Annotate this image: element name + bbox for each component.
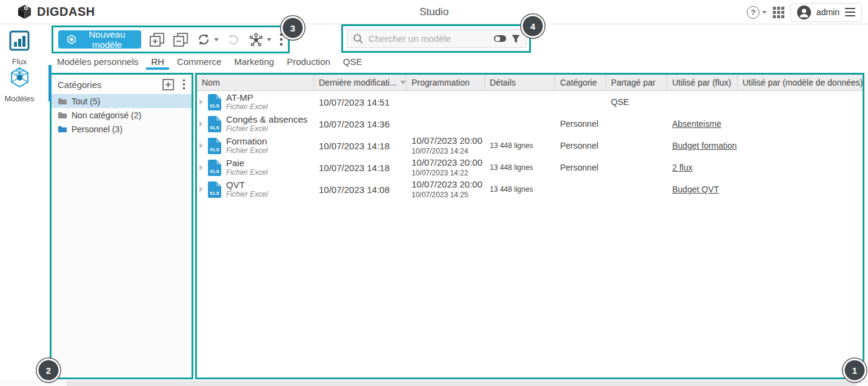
categories-panel: Catégories Tout (5) Non catégorisé (2) P…	[50, 73, 193, 379]
row-category	[555, 91, 606, 113]
schedule-last: 10/07/2023 14:24	[412, 147, 482, 156]
model-type: Fichier Excel	[226, 103, 268, 112]
categories-more-button[interactable]	[182, 79, 185, 90]
user-name: admin	[816, 7, 840, 17]
column-header-details[interactable]: Détails	[485, 75, 555, 90]
category-item-tout[interactable]: Tout (5)	[52, 94, 192, 108]
search-area	[341, 24, 531, 53]
expand-row-icon[interactable]	[199, 186, 203, 192]
user-menu[interactable]: admin	[790, 3, 862, 22]
model-name: QVT	[226, 180, 268, 190]
row-used-by-model	[738, 113, 863, 135]
table-row[interactable]: XLS AT-MP Fichier Excel 10/07/2023 14:51…	[197, 91, 863, 113]
sidebar-item-modeles[interactable]: Modèles	[0, 67, 39, 103]
help-icon[interactable]: ?	[747, 6, 760, 19]
model-name: Paie	[226, 158, 268, 168]
tab-marketing[interactable]: Marketing	[233, 53, 275, 70]
row-shared-by	[606, 135, 667, 157]
search-input[interactable]	[369, 33, 489, 44]
row-used-by-model	[738, 178, 863, 200]
dependencies-graph-button[interactable]	[249, 32, 272, 47]
expand-row-icon[interactable]	[199, 99, 203, 105]
row-details: 13 448 lignes	[485, 135, 555, 157]
model-name: Formation	[226, 136, 268, 146]
sidebar-item-label: Flux	[0, 57, 39, 66]
modified-date: 10/07/2023 14:18	[314, 135, 407, 157]
folder-icon	[58, 112, 67, 119]
page-title: Studio	[0, 6, 868, 18]
tab-modeles-personnels[interactable]: Modèles personnels	[56, 53, 139, 70]
row-shared-by: QSE	[606, 91, 667, 113]
xls-file-icon: XLS	[208, 138, 221, 154]
hexagon-model-icon	[67, 35, 76, 44]
apps-grid-icon[interactable]	[773, 7, 784, 18]
row-category: Personnel	[555, 113, 606, 135]
tab-commerce[interactable]: Commerce	[176, 53, 222, 70]
table-row[interactable]: XLS Congés & absences Fichier Excel 10/0…	[197, 113, 863, 135]
sidebar-item-label: Modèles	[0, 94, 39, 103]
tab-rh[interactable]: RH	[150, 53, 165, 70]
schedule-next: 10/07/2023 20:00	[412, 157, 482, 169]
undo-button[interactable]	[227, 33, 241, 47]
used-by-flux-link[interactable]: Absenteisme	[672, 119, 721, 129]
add-category-button[interactable]	[162, 79, 174, 90]
search-icon	[353, 33, 364, 44]
modified-date: 10/07/2023 14:08	[314, 178, 407, 200]
sidebar-item-flux[interactable]: Flux	[0, 30, 39, 66]
column-header-nom[interactable]: Nom	[197, 75, 314, 90]
new-model-button[interactable]: Nouveau modèle	[58, 30, 141, 49]
row-details: 13 448 lignes	[485, 178, 555, 200]
expand-row-icon[interactable]	[199, 164, 203, 171]
schedule-next: 10/07/2023 20:00	[412, 135, 482, 147]
sort-desc-icon	[400, 81, 406, 84]
category-item-personnel[interactable]: Personnel (3)	[52, 122, 192, 136]
category-item-non-categorise[interactable]: Non catégorisé (2)	[52, 108, 192, 122]
column-header-partage-par[interactable]: Partagé par	[606, 75, 667, 90]
column-header-categorie[interactable]: Catégorie	[555, 75, 606, 90]
table-row[interactable]: XLS Paie Fichier Excel 10/07/2023 14:18 …	[197, 157, 863, 178]
more-options-button[interactable]	[279, 33, 283, 46]
hamburger-menu-icon[interactable]	[845, 8, 855, 17]
row-details	[485, 113, 555, 135]
column-header-utilise-par-flux[interactable]: Utilisé par (flux)	[667, 75, 738, 90]
expand-all-button[interactable]	[149, 32, 165, 47]
model-type: Fichier Excel	[226, 191, 268, 199]
table-row[interactable]: XLS Formation Fichier Excel 10/07/2023 1…	[197, 135, 863, 157]
annotation-badge-4: 4	[523, 16, 543, 36]
annotation-badge-2: 2	[39, 361, 59, 381]
horizontal-scrollbar[interactable]	[65, 381, 857, 386]
categories-title: Catégories	[58, 80, 154, 90]
tab-qse[interactable]: QSE	[342, 53, 363, 70]
refresh-dropdown-caret[interactable]	[214, 38, 219, 41]
folder-icon	[58, 126, 67, 133]
row-category: Personnel	[555, 157, 606, 178]
column-header-programmation[interactable]: Programmation	[407, 75, 485, 90]
help-menu[interactable]: ?	[747, 6, 767, 19]
used-by-flux-link[interactable]: 2 flux	[672, 163, 692, 172]
used-by-flux-link[interactable]: Budget QVT	[672, 185, 719, 194]
collapse-all-button[interactable]	[173, 32, 189, 47]
xls-file-icon: XLS	[208, 116, 221, 132]
expand-row-icon[interactable]	[199, 143, 203, 149]
schedule-last: 10/07/2023 14:25	[412, 191, 482, 200]
row-used-by-model	[738, 135, 863, 157]
used-by-flux-link[interactable]: Budget formation	[672, 141, 737, 151]
refresh-button[interactable]	[196, 32, 219, 47]
chevron-down-icon	[762, 11, 767, 14]
folder-icon	[58, 98, 67, 105]
search-toggle-icon[interactable]	[494, 35, 506, 42]
top-bar: DIGDASH Studio ? a	[0, 0, 868, 24]
search-field[interactable]	[347, 29, 527, 48]
row-shared-by	[606, 113, 667, 135]
modified-date: 10/07/2023 14:18	[314, 157, 407, 178]
filter-funnel-icon[interactable]	[511, 34, 521, 44]
expand-row-icon[interactable]	[199, 121, 203, 127]
table-row[interactable]: XLS QVT Fichier Excel 10/07/2023 14:08 1…	[197, 178, 863, 200]
row-category: Personnel	[555, 135, 606, 157]
column-header-utilise-par-modele[interactable]: Utilisé par (modèle de données)	[738, 75, 863, 90]
column-header-derniere-modification[interactable]: Dernière modificati...	[314, 75, 407, 90]
dependencies-dropdown-caret[interactable]	[267, 38, 272, 41]
row-shared-by	[606, 157, 667, 178]
avatar	[797, 5, 811, 19]
tab-production[interactable]: Production	[286, 53, 331, 70]
